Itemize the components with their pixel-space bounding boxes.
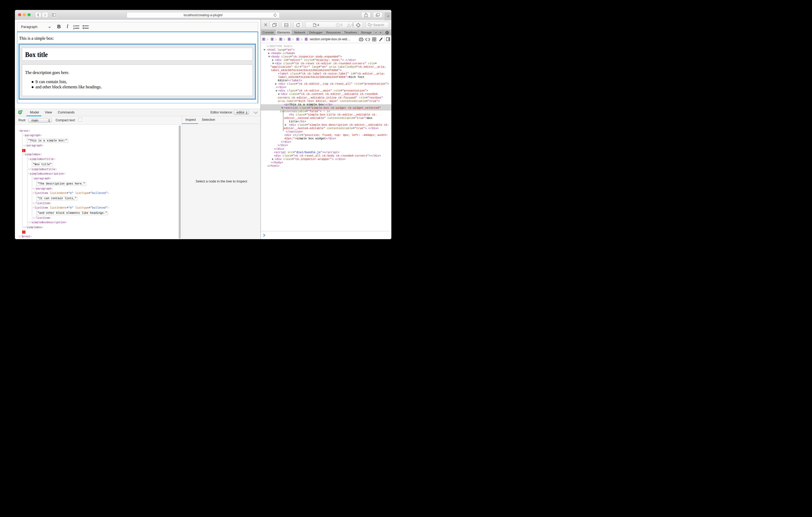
svg-text:2: 2 — [73, 27, 75, 29]
svg-text:5: 5 — [22, 110, 22, 112]
